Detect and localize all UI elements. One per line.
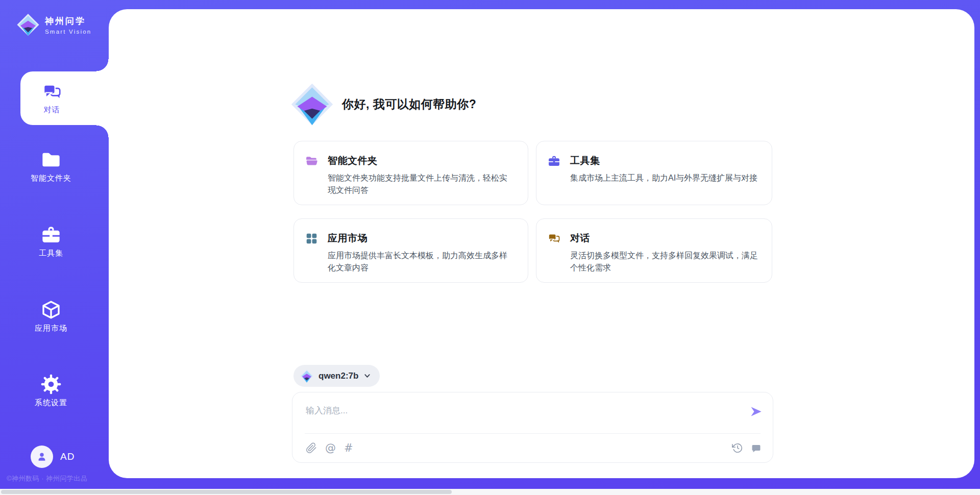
grid-icon [305,232,318,245]
sidebar-item-label: 工具集 [39,249,63,258]
message-composer: @ # [292,392,773,463]
user-name: AD [60,451,75,462]
horizontal-scrollbar [0,489,980,495]
sidebar-item-smart-folder[interactable]: 智能文件夹 [0,150,102,183]
sidebar-item-label: 对话 [44,105,60,115]
scrollbar-thumb[interactable] [1,490,452,494]
composer-toolbar: @ # [306,434,762,462]
card-title: 对话 [570,232,590,245]
sidebar: 神州问学 Smart Vision 对话 智能文件夹 工具集 应用市场 系统设置… [0,0,109,489]
cube-icon [41,300,61,320]
sidebar-item-app-market[interactable]: 应用市场 [0,300,102,333]
chat-icon [42,82,62,102]
brand-logo: 神州问学 Smart Vision [17,13,91,37]
model-name: qwen2:7b [318,371,358,381]
send-icon [749,405,763,418]
card-title: 工具集 [570,154,600,167]
card-title: 应用市场 [328,232,368,245]
greeting-title: 你好, 我可以如何帮助你? [342,96,476,112]
user-profile[interactable]: AD [31,445,75,468]
folder-open-icon [305,155,318,167]
sidebar-item-label: 智能文件夹 [31,174,71,183]
card-description: 应用市场提供丰富长文本模板，助力高效生成多样化文章内容 [328,250,514,274]
at-icon[interactable]: @ [325,443,336,454]
briefcase-icon [548,155,560,167]
person-icon [36,451,48,463]
card-chat[interactable]: 对话 灵活切换多模型文件，支持多样回复效果调试，满足个性化需求 [536,218,772,283]
sidebar-item-toolset[interactable]: 工具集 [0,225,102,258]
card-description: 集成市场上主流工具，助力AI与外界无缝扩展与对接 [570,172,758,184]
card-toolset[interactable]: 工具集 集成市场上主流工具，助力AI与外界无缝扩展与对接 [536,141,772,205]
sidebar-item-chat[interactable]: 对话 [20,71,110,125]
chat-bubble-icon[interactable] [751,443,762,454]
history-icon[interactable] [732,442,743,454]
brand-name: 神州问学 [45,15,91,27]
avatar [31,445,53,468]
send-button[interactable] [749,405,763,418]
briefcase-icon [41,225,61,245]
sidebar-item-settings[interactable]: 系统设置 [0,374,102,408]
greeting: 你好, 我可以如何帮助你? [291,83,476,126]
brand-subtitle: Smart Vision [45,29,91,35]
card-title: 智能文件夹 [328,154,378,167]
gem-diamond-icon [291,83,333,126]
message-input[interactable] [306,401,737,421]
gem-diamond-icon [300,369,313,383]
card-description: 灵活切换多模型文件，支持多样回复效果调试，满足个性化需求 [570,250,758,274]
sidebar-item-label: 应用市场 [35,324,67,333]
chevron-down-icon [363,372,371,380]
chat-icon [548,232,560,245]
gear-icon [41,374,61,394]
sidebar-item-label: 系统设置 [35,398,67,408]
copyright-text: ©神州数码 · 神州问学出品 [7,474,87,483]
hash-icon[interactable]: # [344,443,353,454]
feature-cards: 智能文件夹 智能文件夹功能支持批量文件上传与清洗，轻松实现文件问答 工具集 集成… [293,141,772,283]
tab-curve-top [96,59,109,71]
gem-diamond-icon [17,13,39,37]
tab-curve-bottom [96,125,109,137]
paperclip-icon[interactable] [306,442,317,454]
folder-icon [41,150,61,170]
card-app-market[interactable]: 应用市场 应用市场提供丰富长文本模板，助力高效生成多样化文章内容 [293,218,528,283]
card-smart-folder[interactable]: 智能文件夹 智能文件夹功能支持批量文件上传与清洗，轻松实现文件问答 [293,141,528,205]
card-description: 智能文件夹功能支持批量文件上传与清洗，轻松实现文件问答 [328,172,514,196]
model-selector[interactable]: qwen2:7b [293,365,380,387]
